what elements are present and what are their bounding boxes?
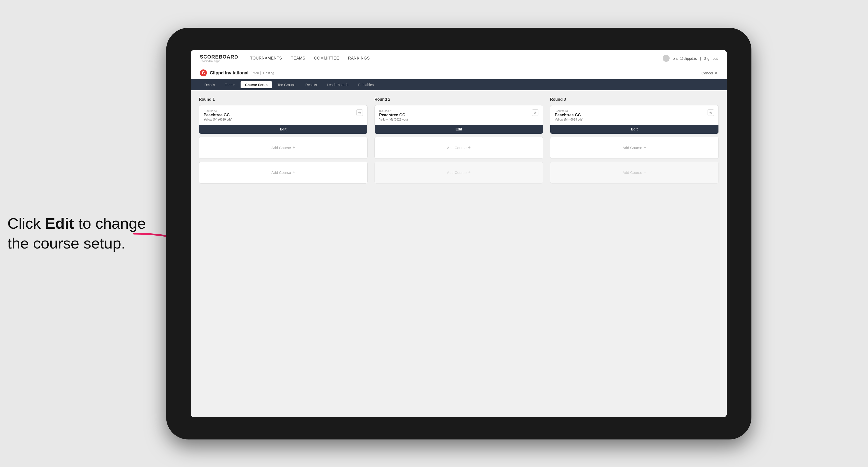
course-card-header: (Course A) Peachtree GC Yellow (M) (6629… — [204, 110, 363, 121]
delete-course-button-r2[interactable]: ⊗ — [532, 110, 538, 116]
tab-course-setup[interactable]: Course Setup — [241, 81, 272, 88]
round-3-column: Round 3 (Course A) Peachtree GC Yellow (… — [550, 97, 719, 187]
add-course-text: Add Course + — [271, 145, 295, 150]
tab-teams[interactable]: Teams — [220, 81, 240, 88]
course-tee-r2: Yellow (M) (6629 yds) — [379, 118, 408, 121]
round-2-course-card: (Course A) Peachtree GC Yellow (M) (6629… — [374, 105, 543, 134]
course-label-r2: (Course A) — [379, 110, 408, 112]
round-1-column: Round 1 (Course A) Peachtree GC Yellow (… — [199, 97, 368, 187]
sign-out-link[interactable]: Sign out — [704, 56, 718, 61]
plus-icon-r3-2: + — [644, 170, 646, 175]
tablet-frame: SCOREBOARD Powered by clippd TOURNAMENTS… — [166, 28, 751, 439]
add-course-label-r2-2: Add Course — [447, 170, 466, 175]
course-info: (Course A) Peachtree GC Yellow (M) (6629… — [204, 110, 232, 121]
tournament-name: Clippd Invitational — [210, 70, 248, 75]
add-course-text-r2-2: Add Course + — [447, 170, 471, 175]
annotation-bold: Edit — [45, 215, 74, 232]
edit-course-button-r1[interactable]: Edit — [199, 125, 367, 134]
delete-course-button-r3[interactable]: ⊗ — [708, 110, 714, 116]
course-name-r3: Peachtree GC — [555, 113, 584, 117]
cancel-label: Cancel — [701, 71, 713, 75]
hosting-badge: Hosting — [263, 71, 274, 75]
logo-text: SCOREBOARD — [200, 54, 238, 60]
round-3-title: Round 3 — [550, 97, 719, 102]
top-nav: SCOREBOARD Powered by clippd TOURNAMENTS… — [191, 50, 726, 67]
add-course-label: Add Course — [271, 146, 291, 150]
tab-tee-groups[interactable]: Tee Groups — [273, 81, 300, 88]
annotation-text: Click Edit to change the course setup. — [7, 214, 151, 253]
add-course-label-r3-2: Add Course — [622, 170, 642, 175]
scoreboard-logo: SCOREBOARD Powered by clippd — [200, 54, 238, 62]
tab-details[interactable]: Details — [200, 81, 219, 88]
add-course-label-r3: Add Course — [622, 146, 642, 150]
round-1-title: Round 1 — [199, 97, 368, 102]
add-course-label-r2: Add Course — [447, 146, 466, 150]
annotation-prefix: Click — [7, 215, 45, 232]
logo-sub: Powered by clippd — [200, 60, 238, 62]
add-course-card-r2-1[interactable]: Add Course + — [374, 137, 543, 159]
nav-links: TOURNAMENTS TEAMS COMMITTEE RANKINGS — [250, 56, 663, 61]
nav-rankings[interactable]: RANKINGS — [348, 56, 370, 61]
add-course-text-r3-2: Add Course + — [622, 170, 646, 175]
nav-committee[interactable]: COMMITTEE — [314, 56, 339, 61]
round-2-column: Round 2 (Course A) Peachtree GC Yellow (… — [374, 97, 543, 187]
course-card-header-r2: (Course A) Peachtree GC Yellow (M) (6629… — [379, 110, 538, 121]
cancel-icon: ✕ — [714, 71, 718, 75]
round-1-course-card: (Course A) Peachtree GC Yellow (M) (6629… — [199, 105, 368, 134]
add-course-label-2: Add Course — [271, 170, 291, 175]
course-label-r3: (Course A) — [555, 110, 584, 112]
user-info: blair@clippd.io | Sign out — [663, 55, 718, 62]
edit-course-button-r3[interactable]: Edit — [550, 125, 718, 134]
plus-icon: + — [292, 145, 295, 150]
course-name: Peachtree GC — [204, 113, 232, 117]
rounds-grid: Round 1 (Course A) Peachtree GC Yellow (… — [199, 97, 719, 187]
add-course-card-r1-1[interactable]: Add Course + — [199, 137, 368, 159]
tablet-screen: SCOREBOARD Powered by clippd TOURNAMENTS… — [191, 50, 726, 417]
course-label: (Course A) — [204, 110, 232, 112]
nav-tournaments[interactable]: TOURNAMENTS — [250, 56, 282, 61]
plus-icon-r2-2: + — [468, 170, 471, 175]
delete-course-button[interactable]: ⊗ — [356, 110, 363, 116]
edit-course-button-r2[interactable]: Edit — [375, 125, 543, 134]
tournament-gender-badge: Men — [251, 71, 261, 75]
tournament-logo-icon: C — [200, 69, 207, 76]
course-card-header-r3: (Course A) Peachtree GC Yellow (M) (6629… — [555, 110, 714, 121]
user-email: blair@clippd.io — [673, 56, 697, 61]
add-course-text-2: Add Course + — [271, 170, 295, 175]
tab-leaderboards[interactable]: Leaderboards — [322, 81, 353, 88]
add-course-text-r2: Add Course + — [447, 145, 471, 150]
add-course-card-r3-2: Add Course + — [550, 162, 719, 184]
add-course-text-r3: Add Course + — [622, 145, 646, 150]
course-name-r2: Peachtree GC — [379, 113, 408, 117]
tab-results[interactable]: Results — [301, 81, 321, 88]
plus-icon-r3: + — [644, 145, 646, 150]
course-tee-r3: Yellow (M) (6629 yds) — [555, 118, 584, 121]
add-course-card-r3-1[interactable]: Add Course + — [550, 137, 719, 159]
plus-icon-2: + — [292, 170, 295, 175]
main-content: Round 1 (Course A) Peachtree GC Yellow (… — [191, 90, 726, 417]
user-avatar — [663, 55, 670, 62]
tab-printables[interactable]: Printables — [354, 81, 378, 88]
sub-header: C Clippd Invitational Men Hosting Cancel… — [191, 67, 726, 80]
course-tee: Yellow (M) (6629 yds) — [204, 118, 232, 121]
nav-separator: | — [700, 56, 701, 61]
add-course-card-r1-2[interactable]: Add Course + — [199, 162, 368, 184]
cancel-button[interactable]: Cancel ✕ — [701, 71, 718, 75]
round-3-course-card: (Course A) Peachtree GC Yellow (M) (6629… — [550, 105, 719, 134]
tab-bar: Details Teams Course Setup Tee Groups Re… — [191, 80, 726, 90]
nav-teams[interactable]: TEAMS — [291, 56, 305, 61]
add-course-card-r2-2: Add Course + — [374, 162, 543, 184]
plus-icon-r2: + — [468, 145, 471, 150]
course-info-r2: (Course A) Peachtree GC Yellow (M) (6629… — [379, 110, 408, 121]
round-2-title: Round 2 — [374, 97, 543, 102]
course-info-r3: (Course A) Peachtree GC Yellow (M) (6629… — [555, 110, 584, 121]
